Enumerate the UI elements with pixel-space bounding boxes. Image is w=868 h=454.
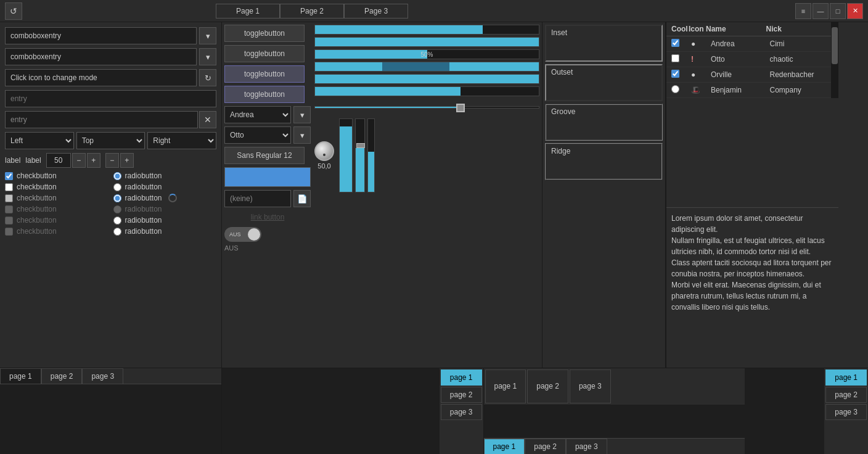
entry-clear-input[interactable] <box>5 111 198 128</box>
dropdown-otto[interactable]: AndreaOtto <box>224 126 291 144</box>
combo-row-1: ▾ <box>5 27 216 44</box>
checkbox-3[interactable] <box>5 194 13 202</box>
switch-thumb <box>248 228 260 241</box>
align-left-select[interactable]: LeftCenterRight <box>5 132 74 149</box>
btm-panel3-tab-bar: page 1 page 2 page 3 <box>484 438 745 454</box>
radio-1[interactable] <box>113 172 121 180</box>
radio-2[interactable] <box>113 183 121 191</box>
align-middle-select[interactable]: TopMiddleBottom <box>76 132 145 149</box>
inset-label: Inset <box>551 28 567 37</box>
checkbox-6[interactable] <box>5 228 13 236</box>
radio-3[interactable] <box>113 194 121 202</box>
spin-value-1[interactable] <box>46 153 71 168</box>
table-row-4: 🎩 Benjamin Company <box>666 83 831 98</box>
window-minimize-button[interactable]: — <box>813 3 829 19</box>
btm3-tab-page2[interactable]: page 2 <box>525 439 566 454</box>
row4-cool-radio[interactable] <box>671 85 679 93</box>
btm-bottom-tab-page2[interactable]: page 2 <box>527 369 568 403</box>
entry-clear-btn[interactable]: ✕ <box>199 111 216 128</box>
window-menu-button[interactable]: ≡ <box>795 3 811 19</box>
scrollbar-thumb <box>832 27 838 64</box>
vert-bar-fill-2 <box>368 152 374 192</box>
progress-bar-1 <box>314 25 539 35</box>
table-row-2: ! Otto chaotic <box>666 52 831 67</box>
dropdown-andrea-row: AndreaOtto ▾ <box>224 106 311 123</box>
tab-page2[interactable]: Page 2 <box>280 4 344 19</box>
keine-file-btn[interactable]: 📄 <box>293 190 311 207</box>
btm4-side-tab-page2[interactable]: page 2 <box>825 387 867 403</box>
btm-side-tab-page3[interactable]: page 3 <box>441 404 482 420</box>
window-maximize-button[interactable]: □ <box>830 3 846 19</box>
btm-side-tab-page1[interactable]: page 1 <box>441 369 482 386</box>
btm-panel4-inner: page 1 page 2 page 3 <box>745 368 868 454</box>
checkbox-5[interactable] <box>5 217 13 225</box>
btm-bottom-tab-page1[interactable]: page 1 <box>485 369 526 403</box>
groove-label: Groove <box>551 107 575 116</box>
radio-6[interactable] <box>113 228 121 236</box>
btm3-tab-page1[interactable]: page 1 <box>484 439 525 454</box>
row3-icon: ● <box>691 70 708 79</box>
checkbox-2[interactable] <box>5 183 13 191</box>
row2-cool <box>671 54 689 64</box>
col-name: Name <box>706 25 766 33</box>
dropdown-andrea-btn[interactable]: ▾ <box>293 106 311 123</box>
tab-page3[interactable]: Page 3 <box>344 4 408 19</box>
radio-item-1: radiobutton <box>113 171 217 180</box>
radio-label-4: radiobutton <box>125 205 162 213</box>
keine-entry[interactable] <box>224 190 291 207</box>
toggle-btn-3[interactable]: togglebutton <box>224 65 305 83</box>
btm4-side-tab-page3[interactable]: page 3 <box>825 404 867 420</box>
btm-tab1-page2[interactable]: page 2 <box>41 368 83 384</box>
toggle-btn-4[interactable]: togglebutton <box>224 86 305 103</box>
row1-cool-check[interactable] <box>671 39 679 47</box>
row3-cool <box>671 70 689 80</box>
icon-mode-entry[interactable] <box>5 69 197 86</box>
row3-cool-check[interactable] <box>671 70 679 78</box>
plain-entry[interactable] <box>5 90 216 107</box>
tab-page1[interactable]: Page 1 <box>216 4 280 19</box>
spin-minus-2[interactable]: − <box>105 153 119 168</box>
radio-item-4: radiobutton <box>113 205 217 213</box>
dropdown-andrea[interactable]: AndreaOtto <box>224 106 291 123</box>
toggle-btn-1[interactable]: togglebutton <box>224 25 305 42</box>
btm-tab1-page3[interactable]: page 3 <box>82 368 123 384</box>
checkbox-4[interactable] <box>5 205 13 213</box>
refresh-button[interactable]: ↺ <box>5 2 22 20</box>
checkbox-1[interactable] <box>5 172 13 180</box>
icon-mode-reload-btn[interactable]: ↻ <box>199 69 216 86</box>
h-slider-thumb[interactable] <box>456 104 465 112</box>
color-button[interactable] <box>224 167 311 187</box>
toggle-switch[interactable]: AUS <box>224 227 261 242</box>
radio-4[interactable] <box>113 205 121 213</box>
btm3-tab-page3[interactable]: page 3 <box>566 439 607 454</box>
row4-nick: Company <box>770 86 827 94</box>
btm-bottom-tab-page3[interactable]: page 3 <box>570 369 611 403</box>
table-row-1: ● Andrea Cimi <box>666 36 831 52</box>
btm-side-tab-page2[interactable]: page 2 <box>441 387 482 403</box>
dropdown-otto-btn[interactable]: ▾ <box>293 126 311 144</box>
combo-dropdown-btn-2[interactable]: ▾ <box>199 48 216 65</box>
spin-plus-2[interactable]: + <box>120 153 134 168</box>
combobox-entry-1[interactable] <box>5 27 197 44</box>
vert-slider-thumb[interactable] <box>356 143 365 148</box>
radio-5[interactable] <box>113 217 121 225</box>
font-button[interactable]: Sans Regular 12 <box>224 147 305 164</box>
link-button[interactable]: link button <box>224 210 311 224</box>
knob-control[interactable] <box>314 141 334 161</box>
combobox-entry-2[interactable] <box>5 48 197 65</box>
align-right-select[interactable]: LeftMiddleRight <box>147 132 216 149</box>
progress-sliders-col: 50% <box>314 25 539 192</box>
spin-minus-1[interactable]: − <box>72 153 86 168</box>
window-close-button[interactable]: ✕ <box>847 3 863 19</box>
btm-tab1-page1[interactable]: page 1 <box>0 368 41 384</box>
toggle-btn-2[interactable]: togglebutton <box>224 45 305 62</box>
row2-cool-check[interactable] <box>671 54 679 62</box>
table-scrollbar[interactable] <box>831 22 838 98</box>
vert-slider <box>355 118 365 192</box>
spin-plus-1[interactable]: + <box>87 153 100 168</box>
ridge-frame: Ridge <box>545 143 663 180</box>
row1-nick: Cimi <box>770 39 827 48</box>
check-column: checkbutton checkbutton checkbutton <box>5 171 108 236</box>
btm4-side-tab-page1[interactable]: page 1 <box>825 369 867 386</box>
combo-dropdown-btn-1[interactable]: ▾ <box>199 27 216 44</box>
